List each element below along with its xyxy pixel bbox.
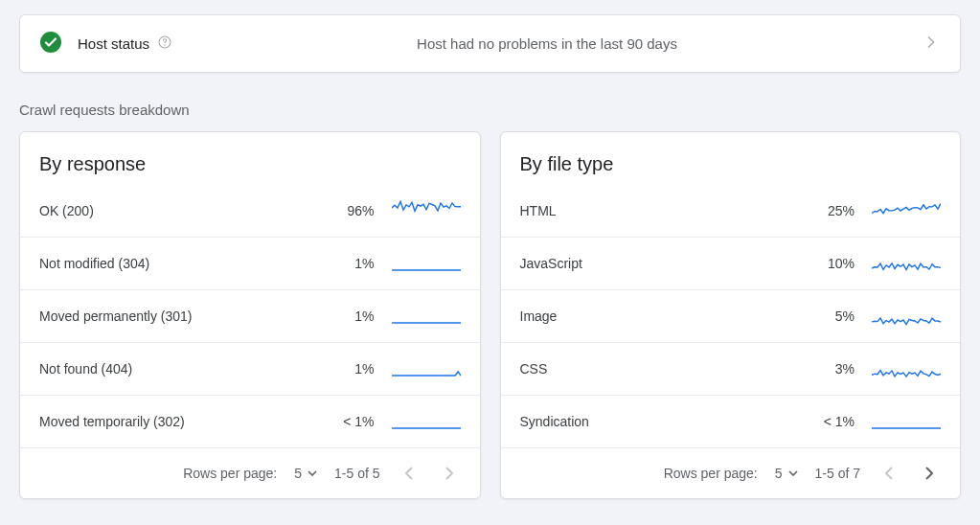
row-label: Not found (404) xyxy=(39,361,317,377)
row-percent: 96% xyxy=(317,203,375,218)
table-row[interactable]: Not found (404)1% xyxy=(20,343,480,396)
row-label: Syndication xyxy=(520,414,798,429)
by-file-type-card: By file type HTML25%JavaScript10%Image5%… xyxy=(500,131,962,499)
by-response-rows: OK (200)96%Not modified (304)1%Moved per… xyxy=(20,185,480,448)
section-title: Crawl requests breakdown xyxy=(19,102,961,118)
table-row[interactable]: OK (200)96% xyxy=(20,185,480,238)
row-label: CSS xyxy=(520,361,798,377)
sparkline-icon xyxy=(872,253,941,274)
row-percent: 10% xyxy=(797,256,855,271)
by-response-card: By response OK (200)96%Not modified (304… xyxy=(19,131,481,499)
rows-per-page-label: Rows per page: xyxy=(664,466,758,481)
page-size-value: 5 xyxy=(294,466,302,481)
table-row[interactable]: Syndication< 1% xyxy=(501,396,961,448)
host-status-card[interactable]: Host status Host had no problems in the … xyxy=(19,14,961,73)
table-row[interactable]: Image5% xyxy=(501,290,961,343)
chevron-right-icon xyxy=(922,33,941,55)
page-size-select[interactable]: 5 xyxy=(775,466,798,481)
table-row[interactable]: Moved permanently (301)1% xyxy=(20,290,480,343)
prev-page-button[interactable] xyxy=(877,462,900,485)
row-label: Image xyxy=(520,308,798,324)
prev-page-button[interactable] xyxy=(398,462,421,485)
next-page-button[interactable] xyxy=(438,462,461,485)
page-range: 1-5 of 7 xyxy=(815,466,860,481)
row-label: Not modified (304) xyxy=(39,256,317,271)
rows-per-page-label: Rows per page: xyxy=(183,466,277,481)
host-status-message: Host had no problems in the last 90 days xyxy=(172,35,922,52)
sparkline-icon xyxy=(392,306,461,327)
row-percent: 1% xyxy=(317,361,375,377)
row-label: Moved permanently (301) xyxy=(39,308,317,324)
sparkline-icon xyxy=(872,200,941,221)
sparkline-icon xyxy=(392,200,461,221)
check-circle-icon xyxy=(39,31,78,57)
table-row[interactable]: Moved temporarily (302)< 1% xyxy=(20,396,480,448)
by-file-type-footer: Rows per page: 5 1-5 of 7 xyxy=(501,448,961,498)
sparkline-icon xyxy=(872,306,941,327)
by-file-type-rows: HTML25%JavaScript10%Image5%CSS3%Syndicat… xyxy=(501,185,961,448)
sparkline-icon xyxy=(872,358,941,379)
svg-point-2 xyxy=(164,44,165,45)
page-size-select[interactable]: 5 xyxy=(294,466,317,481)
host-status-label: Host status xyxy=(78,34,172,53)
page-range: 1-5 of 5 xyxy=(334,466,379,481)
by-file-type-title: By file type xyxy=(501,132,961,185)
table-row[interactable]: CSS3% xyxy=(501,343,961,396)
row-percent: < 1% xyxy=(797,414,855,429)
row-percent: 25% xyxy=(797,203,855,218)
sparkline-icon xyxy=(392,411,461,432)
by-response-footer: Rows per page: 5 1-5 of 5 xyxy=(20,448,480,498)
table-row[interactable]: HTML25% xyxy=(501,185,961,238)
row-percent: < 1% xyxy=(317,414,375,429)
host-status-text: Host status xyxy=(78,35,149,52)
row-percent: 5% xyxy=(797,308,855,324)
by-response-title: By response xyxy=(20,132,480,185)
chevron-down-icon xyxy=(308,470,317,476)
row-label: JavaScript xyxy=(520,256,798,271)
table-row[interactable]: Not modified (304)1% xyxy=(20,238,480,290)
sparkline-icon xyxy=(392,358,461,379)
row-percent: 1% xyxy=(317,308,375,324)
chevron-down-icon xyxy=(788,470,798,476)
help-icon[interactable] xyxy=(149,34,172,53)
page-size-value: 5 xyxy=(775,466,783,481)
row-label: HTML xyxy=(520,203,798,218)
sparkline-icon xyxy=(392,253,461,274)
row-percent: 1% xyxy=(317,256,375,271)
sparkline-icon xyxy=(872,411,941,432)
row-label: Moved temporarily (302) xyxy=(39,414,317,429)
row-label: OK (200) xyxy=(39,203,317,218)
row-percent: 3% xyxy=(797,361,855,377)
table-row[interactable]: JavaScript10% xyxy=(501,238,961,290)
next-page-button[interactable] xyxy=(918,462,941,485)
